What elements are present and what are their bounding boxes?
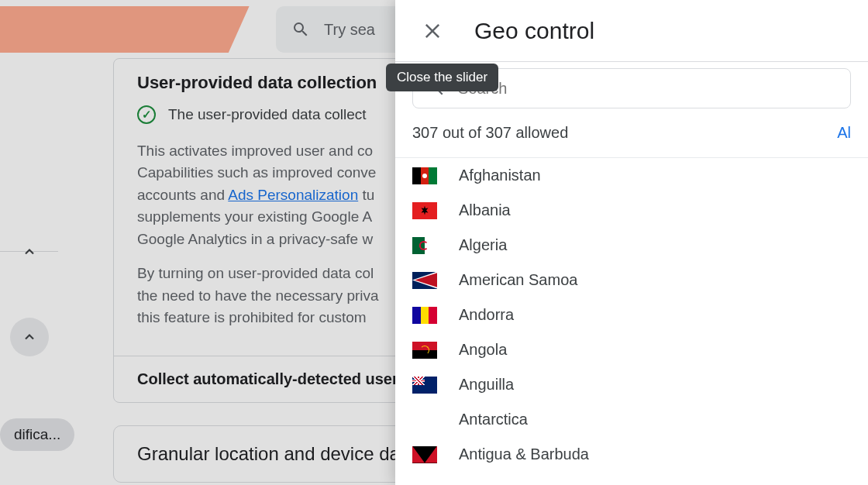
country-item[interactable]: American Samoa <box>395 263 868 298</box>
country-name: Angola <box>459 341 507 359</box>
check-icon <box>137 105 156 124</box>
allowed-count: 307 out of 307 allowed <box>412 124 568 142</box>
search-icon <box>291 20 310 39</box>
ads-personalization-link[interactable]: Ads Personalization <box>228 187 358 203</box>
close-tooltip: Close the slider <box>386 64 498 91</box>
flag-icon <box>412 202 437 219</box>
flag-icon <box>412 167 437 184</box>
country-name: Antarctica <box>459 411 528 428</box>
country-name: Antigua & Barbuda <box>459 445 589 463</box>
close-icon <box>422 20 443 42</box>
country-list: AfghanistanAlbaniaAlgeriaAmerican SamoaA… <box>395 158 868 485</box>
country-name: Afghanistan <box>459 167 541 184</box>
country-item[interactable]: Andorra <box>395 298 868 332</box>
flag-icon <box>412 307 437 324</box>
chevron-up-icon <box>22 244 37 260</box>
country-name: Andorra <box>459 306 514 324</box>
slider-title: Geo control <box>474 18 594 44</box>
country-item[interactable]: Algeria <box>395 228 868 263</box>
top-search-placeholder: Try sea <box>324 21 375 39</box>
flag-icon <box>412 411 437 428</box>
close-slider-button[interactable] <box>412 11 453 51</box>
sidebar-separator <box>0 251 58 252</box>
allow-action[interactable]: Al <box>837 124 851 142</box>
country-name: American Samoa <box>459 271 577 289</box>
country-item[interactable]: Angola <box>395 332 868 367</box>
country-item[interactable]: Anguilla <box>395 367 868 402</box>
country-item[interactable]: Antarctica <box>395 402 868 437</box>
sidebar-pill[interactable]: difica... <box>0 418 74 451</box>
count-row: 307 out of 307 allowed Al <box>395 108 868 158</box>
collapse-button-2[interactable] <box>10 318 49 356</box>
country-name: Albania <box>459 201 511 219</box>
flag-icon <box>412 237 437 254</box>
ack-text: The user-provided data collect <box>168 104 367 126</box>
chevron-up-icon <box>22 329 37 345</box>
country-name: Algeria <box>459 236 507 254</box>
flag-icon <box>412 342 437 359</box>
country-item[interactable]: Antigua & Barbuda <box>395 437 868 472</box>
redacted-area <box>0 6 260 53</box>
country-name: Anguilla <box>459 376 514 394</box>
flag-icon <box>412 446 437 463</box>
slider-header: Geo control <box>395 0 868 62</box>
flag-icon <box>412 272 437 289</box>
country-item[interactable]: Albania <box>395 193 868 228</box>
country-search-input[interactable] <box>458 80 836 98</box>
flag-icon <box>412 377 437 394</box>
collapse-button-1[interactable] <box>10 232 49 271</box>
country-item[interactable]: Afghanistan <box>395 158 868 193</box>
